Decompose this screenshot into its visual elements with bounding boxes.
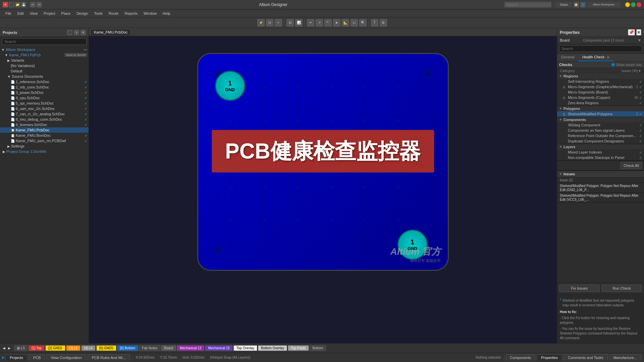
tool-filter[interactable]: ⚡ [257,19,265,26]
components-group-header[interactable]: ▼ Components [557,117,644,122]
panel-new-btn[interactable]: + [74,30,79,35]
deg360-row[interactable]: 360deg Component ✓ [557,122,644,128]
bot-tab-pcb[interactable]: PCB [29,354,45,361]
filter-icon[interactable]: ▼ [638,38,641,42]
tool-chart[interactable]: 📊 [295,19,303,26]
layer-nav-right[interactable]: ▶ [7,346,12,351]
right-tab-components[interactable]: Components [506,354,535,361]
menu-route[interactable]: Route [106,11,121,16]
home-icon[interactable]: 🏠 [574,2,579,7]
tool-plus[interactable]: + [275,19,282,26]
mixed-layer-row[interactable]: Mixed Layer Indexes ✓ [557,149,644,155]
micro-seg-gfx-row[interactable]: ⚠ Micro-Segments (Graphics/Mechanical) 2… [557,84,644,89]
props-pin-btn[interactable]: 📌 [628,29,635,36]
tool-misc[interactable]: ⚙ [380,19,387,26]
pcb-tab[interactable]: Kame_FMU.PcbDoc [90,29,131,35]
tree-source-docs[interactable]: ▼ Source Documents [0,74,89,79]
menu-view[interactable]: View [27,11,41,16]
layer-toppaste[interactable]: Top Paste [288,345,309,351]
tree-licenses[interactable]: 📄 9_licenses.SchDoc ✓ [0,122,89,127]
undo-icon[interactable]: ↩ [30,2,36,7]
menu-reports[interactable]: Reports [122,11,140,16]
layers-group-header[interactable]: ▼ Layers [557,144,644,149]
maximize-btn[interactable] [631,2,636,7]
props-close-btn[interactable]: ✕ [636,29,641,36]
tree-variants[interactable]: ▶ Variants [0,58,89,63]
tree-project-group[interactable]: ▶ Project Group 1.DsnWrk [0,149,89,154]
close-btn[interactable] [637,2,641,7]
non-compat-row[interactable]: Non-compatible Stackups in Panel ✓ [557,155,644,160]
micro-seg-copper-row[interactable]: ⚠ Micro-Segments (Copper) 40 ✓ [557,95,644,100]
issues-header[interactable]: ▼ Issues [557,171,644,177]
menu-tools[interactable]: Tools [91,11,105,16]
issue-2[interactable]: Shelved/Modified Polygon: Polygon Not Re… [557,193,644,202]
right-tab-comments[interactable]: Comments and Tasks [564,354,608,361]
redo-icon[interactable]: ↪ [37,2,42,7]
tool-snap[interactable]: ⊡ [266,19,273,26]
layer-bottom[interactable]: [6] Bottom [117,345,139,351]
polygons-group-header[interactable]: ▼ Polygons [557,106,644,111]
tree-mb-conn[interactable]: 📄 2_mb_conn.SchDoc ✓ [0,84,89,90]
check-all-btn[interactable]: Check All [621,162,642,169]
show-issues-toggle[interactable]: Show issues only [611,63,642,67]
layer-gnd2[interactable]: [2] GND2 [45,345,65,351]
issue-count-item[interactable]: Issue (2) [557,177,644,183]
right-tab-manufacture[interactable]: Manufacture... [609,354,641,361]
layer-ls[interactable]: LS [14,345,28,351]
tool-measure[interactable]: 📐 [342,19,349,26]
menu-project[interactable]: Project [41,11,58,16]
pcb-canvas[interactable]: 1 GND 15 : GND PCB健康检查监控器 1 GND Altium 官… [89,36,557,343]
layer-board[interactable]: Board [161,345,176,351]
shelved-modified-row[interactable]: ⚠ Shelved/Modified Polygons 2 ✓ [557,111,644,117]
tab-general[interactable]: General [557,54,578,61]
share-btn[interactable]: Share [555,2,572,7]
save-to-server-btn[interactable]: Save to Server [64,53,87,57]
tree-dwf[interactable]: 📄 Kame_FMU_asm_rm.PCBDwf ✓ [0,138,89,143]
tree-bom[interactable]: 📋 Kame_FMU.BomDoc ✓ [0,133,89,138]
account-icon[interactable]: 👤 [580,2,586,7]
project-search-input[interactable] [2,38,87,45]
tool-pointer[interactable]: ↗ [316,19,323,26]
tool-zoom[interactable]: 🔍 [359,19,367,26]
layer-top[interactable]: [1] Top [29,345,45,351]
tree-imu[interactable]: 📄 8_imu_debug_conn.SchDoc ✓ [0,117,89,122]
props-search-input[interactable] [559,45,642,52]
bot-tab-view-config[interactable]: View Configuration [46,354,86,361]
category-dropdown-arrow[interactable]: ▼ [638,69,641,73]
tree-default[interactable]: Default [0,68,89,74]
tool-rect[interactable]: ▭ [351,19,358,26]
tab-health-check[interactable]: Health Check ⚠ [578,54,614,61]
tree-uart[interactable]: 📄 6_uart_esc_i2c.SchDoc ✓ [0,106,89,111]
right-tab-properties[interactable]: Properties [537,354,562,361]
workspace-dots[interactable]: ••• [84,48,87,52]
tree-workspace[interactable]: ▼ Altium Workspace ••• [0,47,89,52]
panel-close-btn[interactable]: ✕ [80,30,86,35]
minimize-btn[interactable] [625,2,630,7]
menu-help[interactable]: Help [160,11,173,16]
layer-l3[interactable]: [3] L3 [66,345,80,351]
bot-tab-pcb-rules[interactable]: PCB Rules And Wi... [88,354,130,361]
micro-seg-board-row[interactable]: Micro-Segments (Board) ✓ [557,89,644,95]
zero-area-row[interactable]: Zero Area Regions ✓ [557,100,644,106]
global-search-input[interactable] [504,2,551,7]
bot-tab-projects[interactable]: Projects [5,354,28,361]
layer-topoverlay[interactable]: Top Overlay [233,345,257,351]
menu-window[interactable]: Window [141,11,159,16]
tool-route[interactable]: 🔌 [324,19,332,26]
menu-design[interactable]: Design [74,11,91,16]
layer-nav-left[interactable]: ◀ [1,346,7,351]
layer-mech15[interactable]: Mechanical 15 [205,345,232,351]
ref-outside-row[interactable]: Reference Point Outside the Componen... … [557,133,644,138]
checks-section-header[interactable]: Checks Show issues only [557,62,644,68]
non-signal-row[interactable]: Components on Non-signal Layers ✓ [557,128,644,133]
tool-star[interactable]: ★ [333,19,340,26]
tool-text[interactable]: T [371,19,378,26]
tree-ref-sch[interactable]: 📄 1_reference.SchDoc ✓ [0,79,89,84]
layer-fab[interactable]: Fab Notes [139,345,160,351]
tree-no-variations[interactable]: [No Variations] [0,63,89,68]
tool-align[interactable]: ⊟ [286,19,294,26]
layer-bottom-paste[interactable]: Bottom [310,345,326,351]
issue-1[interactable]: Shelved/Modified Polygon: Polygon Not Re… [557,183,644,193]
menu-edit[interactable]: Edit [15,11,26,16]
layer-l4[interactable]: [4] L4 [81,345,96,351]
